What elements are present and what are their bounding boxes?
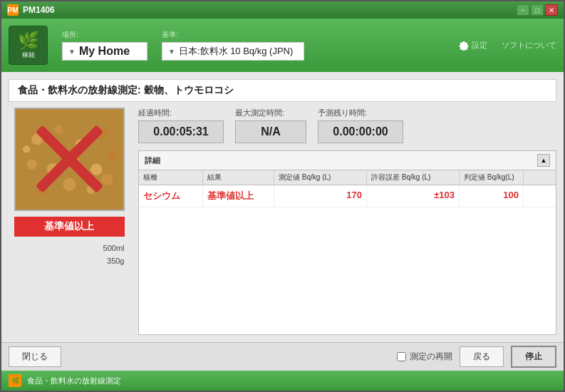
- remaining-label: 予測残り時間:: [318, 108, 403, 118]
- location-section: 場所: ▼ My Home: [62, 30, 147, 61]
- close-button[interactable]: 閉じる: [9, 346, 61, 367]
- elapsed-value: 0.00:05:31: [138, 120, 224, 143]
- settings-label: 設定: [472, 40, 487, 51]
- col-result: 結果: [203, 170, 274, 185]
- about-label: ソフトについて: [502, 40, 556, 51]
- stop-button[interactable]: 停止: [511, 346, 556, 368]
- remaining-value: 0.00:00:00: [318, 120, 403, 143]
- back-button[interactable]: 戻る: [460, 346, 504, 367]
- close-window-button[interactable]: ✕: [545, 4, 558, 16]
- status-icon: 🌿: [9, 374, 21, 387]
- standard-dropdown[interactable]: ▼ 日本:飲料水 10 Bq/kg (JPN): [162, 42, 304, 61]
- header: 🌿 稼能 場所: ▼ My Home 基準: ▼ 日本:飲料水 10 Bq/kg…: [1, 19, 564, 72]
- weight-text: 350g: [14, 255, 125, 268]
- standard-value: 日本:飲料水 10 Bq/kg (JPN): [179, 45, 293, 58]
- remaining-time-box: 予測残り時間: 0.00:00:00: [318, 108, 403, 143]
- title-bar: PM PM1406 － □ ✕: [1, 1, 564, 19]
- content: 食品・飲料水の放射線測定: 穀物、トウモロコシ 基準値以上 500ml 350g: [1, 72, 564, 342]
- details-section: 詳細 ▲ 核種 結果 測定値 Bq/kg (L) 許容誤差 Bq/kg (L) …: [138, 150, 556, 335]
- dropdown-arrow-icon: ▼: [68, 48, 76, 56]
- col-nuclide: 核種: [139, 170, 203, 185]
- header-right: 設定 ソフトについて: [459, 40, 556, 51]
- x-mark-icon: [26, 119, 113, 200]
- volume-text: 500ml: [14, 242, 125, 255]
- max-label: 最大測定時間:: [235, 108, 306, 118]
- elapsed-label: 経過時間:: [138, 108, 224, 118]
- elapsed-time-box: 経過時間: 0.00:05:31: [138, 108, 224, 143]
- col-threshold: 判定値 Bq/kg(L): [460, 170, 524, 185]
- title-bar-text: PM1406: [23, 5, 55, 15]
- leaf-icon: 🌿: [18, 31, 39, 51]
- details-header-row: 詳細 ▲: [139, 151, 556, 170]
- scroll-up-button[interactable]: ▲: [537, 154, 550, 167]
- details-label: 詳細: [145, 155, 160, 166]
- max-time-box: 最大測定時間: N/A: [235, 108, 306, 143]
- app-logo: 🌿 稼能: [9, 26, 48, 65]
- resume-label: 測定の再開: [410, 351, 452, 363]
- weight-info: 500ml 350g: [14, 242, 125, 267]
- logo-label: 稼能: [22, 51, 35, 60]
- location-label: 場所:: [62, 30, 147, 40]
- window-controls: － □ ✕: [517, 4, 558, 16]
- minimize-button[interactable]: －: [517, 4, 529, 16]
- section-title: 食品・飲料水の放射線測定: 穀物、トウモロコシ: [9, 79, 556, 102]
- cell-threshold: 100: [460, 185, 524, 207]
- right-panel: 経過時間: 0.00:05:31 最大測定時間: N/A 予測残り時間: 0.0…: [138, 108, 556, 335]
- table-row: セシウム 基準値以上 170 ±103 100: [139, 185, 556, 207]
- app-icon: PM: [7, 4, 19, 16]
- max-value: N/A: [235, 120, 306, 143]
- cell-measured: 170: [274, 185, 367, 207]
- col-measured: 測定値 Bq/kg (L): [274, 170, 367, 185]
- status-bar: 🌿 食品・飲料水の放射線測定: [1, 371, 564, 391]
- table-header: 核種 結果 測定値 Bq/kg (L) 許容誤差 Bq/kg (L) 判定値 B…: [139, 170, 556, 185]
- food-image: [14, 108, 125, 211]
- cell-nuclide: セシウム: [139, 185, 203, 207]
- main-window: PM PM1406 － □ ✕ 🌿 稼能 場所: ▼ My Home 基準: ▼…: [0, 0, 565, 392]
- status-text: 食品・飲料水の放射線測定: [27, 376, 121, 386]
- gear-icon: [459, 41, 469, 51]
- left-panel: 基準値以上 500ml 350g: [9, 108, 130, 335]
- col-tolerance: 許容誤差 Bq/kg (L): [367, 170, 460, 185]
- resume-checkbox[interactable]: [397, 352, 406, 361]
- location-dropdown[interactable]: ▼ My Home: [62, 42, 147, 61]
- dropdown-arrow-icon2: ▼: [168, 48, 175, 56]
- standard-label: 基準:: [162, 30, 304, 40]
- alert-badge: 基準値以上: [14, 217, 125, 237]
- location-value: My Home: [79, 45, 130, 58]
- cell-result: 基準値以上: [203, 185, 274, 207]
- settings-link[interactable]: 設定: [459, 40, 487, 51]
- standard-section: 基準: ▼ 日本:飲料水 10 Bq/kg (JPN): [162, 30, 304, 61]
- footer: 閉じる 測定の再開 戻る 停止: [1, 342, 564, 371]
- time-row: 経過時間: 0.00:05:31 最大測定時間: N/A 予測残り時間: 0.0…: [138, 108, 556, 143]
- cell-tolerance: ±103: [367, 185, 460, 207]
- resume-checkbox-wrap: 測定の再開: [397, 351, 452, 363]
- about-link[interactable]: ソフトについて: [502, 40, 556, 51]
- main-panel: 基準値以上 500ml 350g 経過時間: 0.00:05:31 最大測定時間…: [9, 108, 556, 335]
- maximize-button[interactable]: □: [531, 4, 544, 16]
